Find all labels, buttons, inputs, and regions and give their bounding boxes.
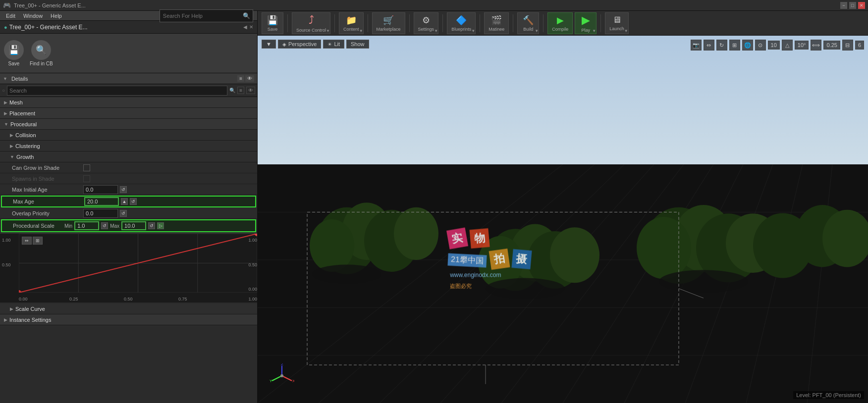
matinee-label: Matinee: [488, 27, 504, 32]
vp-marketplace-btn[interactable]: 🛒 Marketplace: [372, 12, 405, 34]
section-growth[interactable]: ▼ Growth: [0, 151, 257, 162]
graph-area: 1.00 0.50 ⇔ ⊞: [0, 233, 257, 302]
prop-search-input[interactable]: [7, 86, 227, 96]
vp-status: Level: PFT_00 (Persistent): [793, 391, 864, 399]
section-instance-settings[interactable]: ▶ Instance Settings: [0, 314, 257, 325]
perspective-label: Perspective: [288, 41, 317, 47]
properties-panel[interactable]: ▶ Mesh ▶ Placement ▼ Procedural ▶ Collis…: [0, 97, 257, 403]
prop-overlap-priority: Overlap Priority ↺: [0, 208, 257, 219]
title-bar: 🎮 Tree_00+ - Generic Asset E... − □ ✕: [0, 0, 868, 11]
vp-grid-val[interactable]: 10: [768, 41, 780, 50]
mesh-section-label: Mesh: [9, 100, 23, 105]
viewport[interactable]: 实 物 21攀中国 拍 摄 www.enginodx.com 盗图必究 ▼: [258, 36, 868, 403]
section-placement[interactable]: ▶ Placement: [0, 108, 257, 119]
scale-min-input[interactable]: [74, 221, 99, 230]
panel-collapse-btn[interactable]: ◀: [243, 24, 247, 30]
max-age-input[interactable]: [84, 197, 119, 206]
scale-extra-btn[interactable]: ▷: [157, 222, 164, 229]
vp-divider-3: [368, 14, 368, 32]
save-tool-btn[interactable]: 💾 Save: [4, 40, 24, 66]
viewport-controls: ▼ ◈ Perspective ☀ Lit Show: [262, 40, 369, 49]
play-label: Play: [581, 28, 590, 33]
content-icon: 📁: [346, 15, 357, 26]
section-procedural[interactable]: ▼ Procedural: [0, 119, 257, 130]
settings-arrow: ▼: [434, 29, 438, 33]
vp-surface-btn[interactable]: ⊙: [755, 40, 766, 50]
max-age-spin-down[interactable]: ↺: [130, 198, 137, 205]
prop-max-initial-age: Max Initial Age ↺: [0, 184, 257, 195]
menu-edit[interactable]: Edit: [2, 11, 19, 21]
graph-svg: [19, 234, 257, 293]
prop-can-grow-in-shade: Can Grow in Shade: [0, 162, 257, 173]
source-ctrl-label: Source Control: [296, 28, 326, 33]
section-mesh[interactable]: ▶ Mesh: [0, 97, 257, 108]
vp-scale-val[interactable]: 0.25: [823, 41, 840, 50]
perspective-dropdown[interactable]: ▼: [262, 40, 276, 49]
perspective-icon: ◈: [282, 42, 286, 47]
max-initial-age-spin-btn[interactable]: ↺: [120, 186, 127, 193]
spawns-in-shade-value: [83, 175, 253, 182]
perspective-btn[interactable]: ◈ Perspective: [278, 40, 321, 49]
help-search-input[interactable]: [160, 9, 253, 22]
svg-point-29: [310, 219, 354, 272]
scale-min-spin[interactable]: ↺: [101, 222, 108, 229]
compile-label: Compile: [552, 27, 568, 32]
menu-window[interactable]: Window: [19, 11, 47, 21]
find-in-cb-btn[interactable]: 🔍 Find in CB: [30, 40, 53, 66]
lit-btn[interactable]: ☀ Lit: [323, 40, 344, 49]
prop-search-icon: 🔍: [229, 88, 235, 93]
vp-scale-btn[interactable]: ⊞: [729, 40, 740, 50]
vp-angle-val[interactable]: 10°: [795, 41, 809, 50]
growth-section-label: Growth: [16, 154, 34, 160]
max-initial-age-label: Max Initial Age: [12, 187, 81, 193]
details-menu-btn[interactable]: ≡: [237, 75, 244, 82]
svg-point-31: [394, 207, 438, 260]
section-scale-curve[interactable]: ▶ Scale Curve: [0, 303, 257, 314]
main-layout: Edit Window Help 🔍 ● Tree_00+ - Generic …: [0, 11, 868, 403]
vp-compile-group: ▶ Compile: [547, 12, 573, 34]
prop-procedural-scale: Procedural Scale Min ↺ Max ↺ ▷: [1, 219, 256, 232]
menu-help[interactable]: Help: [47, 11, 66, 21]
vp-translate-btn[interactable]: ⇔: [704, 40, 714, 50]
marketplace-label: Marketplace: [377, 27, 401, 32]
vp-divider-6: [480, 14, 480, 32]
overlap-priority-input[interactable]: [83, 209, 118, 218]
vp-save-btn[interactable]: 💾 Save: [262, 12, 283, 34]
vp-world-btn[interactable]: 🌐: [742, 40, 753, 50]
svg-line-52: [272, 376, 282, 381]
vp-layer-count[interactable]: 6: [855, 41, 864, 50]
minimize-button[interactable]: −: [840, 2, 847, 9]
section-collision[interactable]: ▶ Collision: [0, 130, 257, 141]
menu-bar: Edit Window Help 🔍: [0, 11, 257, 21]
spawns-in-shade-checkbox[interactable]: [83, 175, 90, 182]
prop-list-view-btn[interactable]: ≡: [237, 87, 244, 94]
maximize-button[interactable]: □: [849, 2, 856, 9]
scale-max-input[interactable]: [121, 221, 146, 230]
details-eye-btn[interactable]: 👁: [245, 75, 254, 82]
overlap-priority-label: Overlap Priority: [12, 210, 81, 216]
save-icon: 💾: [4, 40, 24, 60]
vp-arrows-btn[interactable]: ⟺: [811, 40, 821, 50]
vp-triangle-btn[interactable]: △: [782, 40, 793, 50]
vp-source-ctrl-btn[interactable]: ⤴ Source Control: [292, 12, 330, 34]
overlap-priority-spin[interactable]: ↺: [120, 210, 127, 217]
prop-eye-btn[interactable]: 👁: [246, 87, 255, 94]
close-button[interactable]: ✕: [858, 2, 865, 9]
max-initial-age-input[interactable]: [83, 185, 118, 194]
vp-layers-btn[interactable]: ⊟: [842, 40, 853, 50]
panel-close-btn[interactable]: ✕: [249, 24, 253, 30]
vp-compile-btn[interactable]: ▶ Compile: [547, 12, 573, 34]
scale-max-spin[interactable]: ↺: [148, 222, 155, 229]
vp-camera-btn[interactable]: 📷: [691, 40, 702, 50]
max-age-spin-up[interactable]: ▲: [121, 198, 128, 205]
vp-content-group: 📁 Content ▼: [339, 12, 364, 34]
can-grow-checkbox[interactable]: [83, 164, 90, 171]
vp-rotate-btn[interactable]: ↻: [716, 40, 727, 50]
vp-matinee-group: 🎬 Matinee: [484, 12, 509, 34]
section-clustering[interactable]: ▶ Clustering: [0, 141, 257, 151]
vp-right-controls: 📷 ⇔ ↻ ⊞ 🌐 ⊙ 10 △ 10° ⟺ 0.25 ⊟ 6: [691, 40, 864, 50]
details-tab[interactable]: Details: [9, 76, 30, 82]
vp-matinee-btn[interactable]: 🎬 Matinee: [484, 12, 509, 34]
show-btn[interactable]: Show: [346, 40, 369, 49]
axes-svg: X Y Z: [270, 363, 294, 388]
